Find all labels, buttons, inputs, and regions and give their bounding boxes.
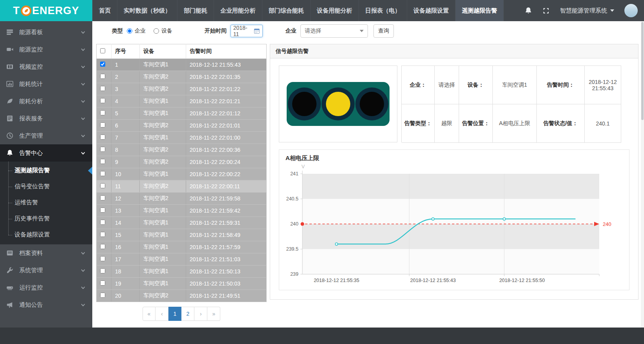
table-row[interactable]: 19车间空调12018-11-22 21:50:03 <box>97 278 267 290</box>
scrollbar-thumb[interactable] <box>641 22 644 120</box>
sidebar-subitem-signal-change-alarm[interactable]: 信号变位告警 <box>0 178 92 195</box>
row-checkbox[interactable] <box>100 122 105 127</box>
table-row[interactable]: 12车间空调22018-11-22 21:59:58 <box>97 193 267 205</box>
pagination-page-1[interactable]: 1 <box>168 307 181 321</box>
bell-icon[interactable] <box>525 7 532 15</box>
system-name-dropdown[interactable]: 智慧能源管理系统 <box>560 7 614 15</box>
fullscreen-icon[interactable] <box>542 7 550 15</box>
row-checkbox[interactable] <box>100 232 105 237</box>
row-checkbox[interactable] <box>100 244 105 249</box>
table-row[interactable]: 14车间空调12018-11-22 21:59:31 <box>97 217 267 229</box>
table-row[interactable]: 10车间空调12018-11-22 22:00:22 <box>97 168 267 180</box>
nav-item-2[interactable]: 实时数据（秒级） <box>117 0 177 21</box>
table-row[interactable]: 5车间空调12018-11-22 22:01:12 <box>97 107 267 120</box>
row-checkbox[interactable] <box>100 256 105 261</box>
row-checkbox[interactable] <box>100 147 105 152</box>
row-checkbox[interactable] <box>100 207 105 213</box>
pagination-first[interactable]: « <box>143 307 156 321</box>
system-name: 智慧能源管理系统 <box>560 7 607 15</box>
table-row[interactable]: 4车间空调12018-11-22 22:01:21 <box>97 95 267 107</box>
row-checkbox[interactable] <box>100 268 105 273</box>
table-row[interactable]: 18车间空调12018-11-22 21:50:13 <box>97 266 267 278</box>
start-time-value: 2018-11 <box>233 25 252 37</box>
info-label-1: 企业： <box>402 66 435 104</box>
sidebar-item-energy-analysis[interactable]: 能耗分析 <box>0 93 92 110</box>
calendar-icon[interactable] <box>254 28 260 34</box>
sidebar-item-label: 视频监控 <box>19 63 80 71</box>
row-checkbox[interactable] <box>100 98 105 103</box>
table-row[interactable]: 2车间空调22018-11-22 22:01:35 <box>97 71 267 83</box>
sidebar-item-report-service[interactable]: 报表服务 <box>0 110 92 127</box>
row-checkbox[interactable] <box>100 280 105 286</box>
select-all-checkbox[interactable] <box>100 48 105 53</box>
vertical-scrollbar[interactable] <box>641 21 644 328</box>
row-alarm-time: 2018-11-22 21:50:13 <box>186 266 267 278</box>
start-time-input[interactable]: 2018-11 <box>231 25 263 37</box>
row-checkbox[interactable] <box>100 159 105 164</box>
table-row[interactable]: 20车间空调22018-11-22 21:49:51 <box>97 290 267 302</box>
sidebar-subitem-history-event-alarm[interactable]: 历史事件告警 <box>0 211 92 227</box>
table-row[interactable]: 7车间空调12018-11-22 22:01:00 <box>97 132 267 144</box>
sidebar-item-production-mgmt[interactable]: 生产管理 <box>0 127 92 144</box>
table-row[interactable]: 6车间空调22018-11-22 22:01:01 <box>97 120 267 132</box>
table-row[interactable]: 3车间空调22018-11-22 22:01:22 <box>97 83 267 95</box>
avatar[interactable] <box>624 4 638 17</box>
enterprise-select[interactable]: 请选择 <box>300 24 368 38</box>
sidebar-item-archive-data[interactable]: 档案资料 <box>0 244 92 262</box>
pagination-next[interactable]: › <box>194 307 207 321</box>
row-checkbox[interactable] <box>100 195 105 200</box>
table-row[interactable]: 11车间空调22018-11-22 22:00:11 <box>97 180 267 193</box>
sidebar-subitem-telemetry-overlimit-alarm[interactable]: 遥测越限告警 <box>0 162 92 178</box>
type-radio-device[interactable]: 设备 <box>154 27 172 35</box>
pagination-last[interactable]: » <box>207 307 220 321</box>
sidebar-item-notice[interactable]: 通知公告 <box>0 296 92 313</box>
row-checkbox[interactable] <box>100 86 105 91</box>
nav-item-7[interactable]: 日报表（电） <box>359 0 407 21</box>
table-row[interactable]: 15车间空调12018-11-22 21:58:49 <box>97 229 267 241</box>
sidebar-item-running-monitor[interactable]: 运行监控 <box>0 279 92 296</box>
row-checkbox[interactable] <box>100 135 105 140</box>
sidebar-item-energy-stats[interactable]: 能耗统计 <box>0 75 92 93</box>
table-row[interactable]: 17车间空调12018-11-22 21:51:03 <box>97 253 267 266</box>
nav-item-3[interactable]: 部门能耗 <box>177 0 214 21</box>
sidebar-subitem-device-overlimit-setting[interactable]: 设备越限设置 <box>0 227 92 243</box>
radio-enterprise[interactable] <box>127 28 132 34</box>
row-checkbox[interactable] <box>100 220 105 225</box>
row-checkbox[interactable] <box>100 74 105 79</box>
nav-item-6[interactable]: 设备用能分析 <box>310 0 359 21</box>
sidebar-subitem-ops-alarm[interactable]: 运维告警 <box>0 195 92 211</box>
sidebar-item-energy-kanban[interactable]: 能源看板 <box>0 24 92 41</box>
nav-item-8[interactable]: 设备越限设置 <box>407 0 455 21</box>
row-checkbox-cell <box>97 241 112 253</box>
row-device: 车间空调1 <box>140 132 186 144</box>
row-device: 车间空调2 <box>140 290 186 302</box>
nav-item-1[interactable]: 首页 <box>92 0 117 21</box>
nav-item-5[interactable]: 部门综合能耗 <box>262 0 310 21</box>
table-row[interactable]: 16车间空调12018-11-22 21:57:59 <box>97 241 267 253</box>
pagination-prev[interactable]: ‹ <box>156 307 168 321</box>
query-button[interactable]: 查询 <box>373 24 394 38</box>
sidebar-item-energy-monitor[interactable]: 能源监控 <box>0 41 92 58</box>
table-row[interactable]: 13车间空调12018-11-22 21:59:42 <box>97 205 267 217</box>
body-row: 能源看板能源监控视频监控能耗统计能耗分析报表服务生产管理告警中心遥测越限告警信号… <box>0 21 644 328</box>
row-checkbox[interactable] <box>100 110 105 115</box>
sidebar-item-alarm-center[interactable]: 告警中心 <box>0 144 92 162</box>
table-row[interactable]: 8车间空调22018-11-22 22:00:36 <box>97 144 267 156</box>
table-row[interactable]: 1车间空调12018-12-12 21:55:43 <box>97 59 267 71</box>
traffic-lamp-2-on <box>326 92 350 116</box>
nav-item-9[interactable]: 遥测越限告警 <box>455 0 504 21</box>
row-checkbox-cell <box>97 71 112 83</box>
table-row[interactable]: 9车间空调22018-11-22 22:00:24 <box>97 156 267 168</box>
pagination-page-2[interactable]: 2 <box>181 307 194 321</box>
row-checkbox[interactable] <box>100 183 105 188</box>
radio-device[interactable] <box>154 28 159 34</box>
sidebar-item-video-monitor[interactable]: 视频监控 <box>0 58 92 75</box>
row-checkbox[interactable] <box>100 62 105 67</box>
chevron-down-icon <box>80 268 86 273</box>
alarm-table-body: 1车间空调12018-12-12 21:55:432车间空调22018-11-2… <box>97 59 267 302</box>
nav-item-4[interactable]: 企业用能分析 <box>214 0 262 21</box>
sidebar-item-system-mgmt[interactable]: 系统管理 <box>0 262 92 279</box>
type-radio-enterprise[interactable]: 企业 <box>127 27 146 35</box>
row-checkbox[interactable] <box>100 293 105 298</box>
row-checkbox[interactable] <box>100 171 105 176</box>
